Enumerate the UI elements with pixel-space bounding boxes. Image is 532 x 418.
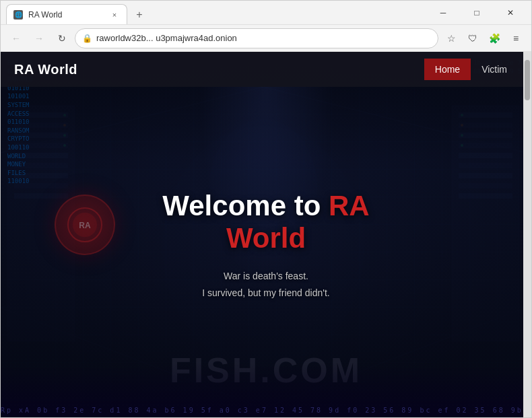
hero-content: Welcome to RA World War is death's feast… xyxy=(133,190,399,302)
close-button[interactable]: ✕ xyxy=(495,2,526,24)
title-bar: 🌐 RA World × + ─ □ ✕ xyxy=(1,1,531,25)
nav-home[interactable]: Home xyxy=(424,59,471,80)
nav-actions: ☆ 🛡 🧩 ≡ xyxy=(441,28,526,48)
rain-chars: Rp xA 0b f3 2e 7c d1 88 4a b6 19 5f a0 c… xyxy=(1,407,531,414)
menu-button[interactable]: ≡ xyxy=(506,28,526,48)
scrollbar-thumb[interactable] xyxy=(525,60,530,100)
address-text: raworldw32b... u3pmajwra4ad.onion xyxy=(96,33,431,43)
new-tab-button[interactable]: + xyxy=(130,5,149,24)
shield-button[interactable]: 🛡 xyxy=(463,28,483,48)
tab-area: 🌐 RA World × + xyxy=(6,1,422,24)
hero-subtitle: War is death's feast. I survived, but my… xyxy=(133,268,399,302)
hero-subtitle-line1: War is death's feast. xyxy=(133,268,399,285)
tab-title: RA World xyxy=(28,10,104,20)
lock-icon: 🔒 xyxy=(82,34,92,43)
window-controls: ─ □ ✕ xyxy=(428,2,526,24)
nav-bar: ← → ↻ 🔒 raworldw32b... u3pmajwra4ad.onio… xyxy=(1,25,531,52)
site-nav-links: Home Victim xyxy=(424,59,518,80)
back-button[interactable]: ← xyxy=(6,28,26,48)
maximize-button[interactable]: □ xyxy=(461,2,492,24)
digital-rain: Rp xA 0b f3 2e 7c d1 88 4a b6 19 5f a0 c… xyxy=(1,363,531,417)
tab-favicon: 🌐 xyxy=(13,10,23,20)
website-content: RA BAZAROR BLOCK RAWORLD 010110 101001 S… xyxy=(1,52,531,417)
hero-subtitle-line2: I survived, but my friend didn't. xyxy=(133,285,399,302)
forward-button[interactable]: → xyxy=(29,28,49,48)
hero-title: Welcome to RA World xyxy=(133,190,399,254)
browser-window: 🌐 RA World × + ─ □ ✕ ← → ↻ 🔒 raworldw32b… xyxy=(0,0,532,418)
hero-title-prefix: Welcome to xyxy=(162,190,329,221)
refresh-button[interactable]: ↻ xyxy=(52,28,72,48)
site-navbar: RA World Home Victim xyxy=(1,52,531,87)
code-overlay-right: Rp Rw 0x 1b a9 f3 2e 7c d1 88 4a b6 19 5… xyxy=(437,59,525,411)
tab-close-button[interactable]: × xyxy=(109,9,120,20)
site-logo: RA World xyxy=(14,62,77,77)
scrollbar[interactable] xyxy=(523,52,531,417)
favorites-button[interactable]: ☆ xyxy=(441,28,461,48)
extensions-button[interactable]: 🧩 xyxy=(484,28,504,48)
nav-victim[interactable]: Victim xyxy=(471,59,518,80)
code-overlay-left: BAZAROR BLOCK RAWORLD 010110 101001 SYST… xyxy=(7,59,95,411)
browser-tab[interactable]: 🌐 RA World × xyxy=(6,4,127,24)
address-bar[interactable]: 🔒 raworldw32b... u3pmajwra4ad.onion xyxy=(75,28,438,48)
minimize-button[interactable]: ─ xyxy=(428,2,459,24)
